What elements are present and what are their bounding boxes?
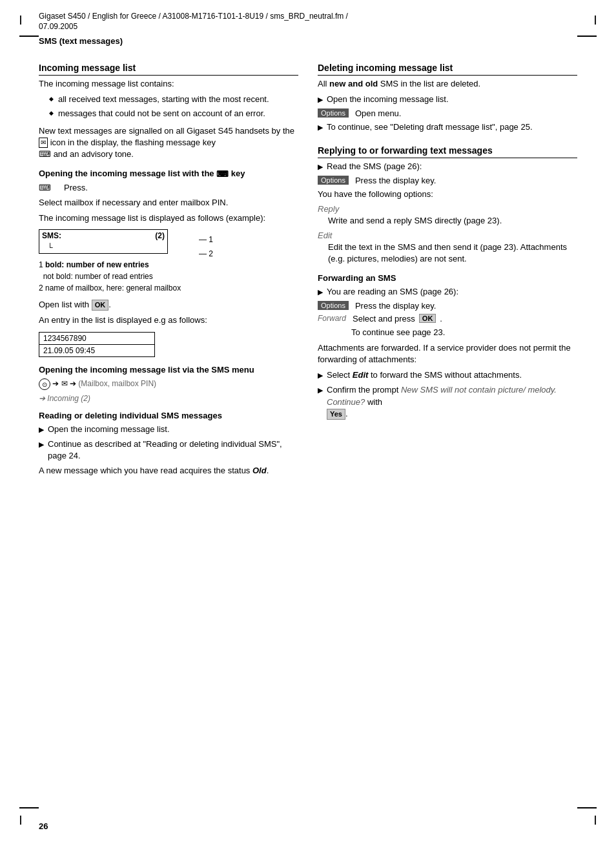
press-text: Press.: [64, 182, 88, 194]
legend-line1b: not bold: number of read entries: [39, 271, 298, 282]
annotation-2: — 2: [199, 247, 213, 262]
new-sms-text: New text messages are signalled on all G…: [39, 125, 298, 161]
corner-mark-bl: |: [19, 814, 22, 825]
new-sms-text-1: New text messages are signalled on all G…: [39, 126, 294, 136]
bullet-list: all received text messages, starting wit…: [39, 94, 298, 119]
select-mailbox-text: Select mailbox if necessary and enter ma…: [39, 197, 298, 209]
reply-following: You have the following options:: [318, 189, 577, 200]
menu-key-icon: ⊙: [39, 378, 50, 390]
del-step1-text: Open the incoming message list.: [327, 94, 449, 105]
del-continue: ▶ To continue, see "Deleting draft messa…: [318, 121, 577, 133]
fwd-bullet2: ▶ Confirm the prompt New SMS will not co…: [318, 384, 577, 420]
reply-step1-text: Read the SMS (page 26):: [327, 161, 422, 172]
hline-bot-right: [577, 807, 597, 808]
hline-top-right: [577, 36, 597, 37]
del-step1: ▶ Open the incoming message list.: [318, 94, 577, 105]
ok-button: OK: [92, 300, 109, 311]
page-number: 26: [39, 821, 48, 831]
display-row-2: └: [39, 242, 167, 253]
fwd-press-text: Press the display key.: [355, 301, 436, 311]
fwd-options-btn: Options: [318, 301, 349, 310]
reply-options-row: Options Press the display key.: [318, 176, 577, 185]
fwd-forward-row: Forward Select and press OK.: [318, 314, 577, 324]
envelope-icon: ✉: [39, 138, 48, 148]
incoming-list-heading: Incoming message list: [39, 63, 298, 76]
sms-display-box: SMS: (2) └: [39, 229, 168, 254]
fwd-bullet1a: Select: [327, 370, 350, 380]
reply-fwd-heading: Replying to or forwarding text messages: [318, 145, 577, 158]
open-list-label: Open list with: [39, 300, 89, 309]
nav-path-line1: ⊙ ➔ ✉ ➔ (Mailbox, mailbox PIN): [39, 378, 298, 390]
sub1-key-label: key: [231, 169, 245, 178]
del-bold: new and old: [329, 79, 378, 88]
right-column: Deleting incoming message list All new a…: [318, 59, 577, 480]
sms-count: (2): [155, 231, 165, 240]
arrow-icon-2: ▶: [39, 440, 44, 449]
legend-area: 1 bold: number of new entries not bold: …: [39, 259, 298, 294]
nav-gray-text: (Mailbox, mailbox PIN): [78, 379, 156, 388]
del-continue-text: To continue, see "Deleting draft message…: [327, 121, 533, 133]
annotation-1: — 1: [199, 233, 213, 247]
old-status: Old: [252, 466, 267, 475]
del-text: All new and old SMS in the list are dele…: [318, 78, 577, 90]
read-step1: ▶ Open the incoming message list.: [39, 424, 298, 435]
arrow-icon-1: ▶: [39, 425, 44, 435]
del-options-btn: Options: [318, 108, 349, 118]
del-arrow-2: ▶: [318, 123, 323, 132]
corner-mark-tr: |: [594, 14, 597, 25]
nav-path-text: ➔ ✉ ➔ (Mailbox, mailbox PIN): [52, 379, 156, 388]
fwd-continue-text: To continue see page 23.: [318, 327, 577, 338]
fwd-arrow-1: ▶: [318, 287, 323, 297]
displayed-text: The incoming message list is displayed a…: [39, 212, 298, 224]
fwd-bullet2-arrow: ▶: [318, 386, 323, 395]
read-note: A new message which you have read acquir…: [39, 466, 250, 475]
fwd-ok-btn: OK: [419, 314, 436, 323]
del-text1: All: [318, 79, 327, 88]
page: | | | | Gigaset S450 / English for Greec…: [0, 0, 616, 844]
entry-text: An entry in the list is displayed e.g as…: [39, 314, 298, 326]
reading-deleting-heading: Reading or deleting individual SMS messa…: [39, 411, 298, 420]
fwd-select-text: Select and press: [353, 314, 415, 324]
open-list-text: Open list with OK.: [39, 299, 298, 311]
reply-options-btn: Options: [318, 176, 349, 185]
display-underscore: └: [47, 243, 53, 252]
deleting-heading: Deleting incoming message list: [318, 63, 577, 76]
reply-desc: Write and send a reply SMS directly (pag…: [318, 215, 577, 227]
read-step2-text: Continue as described at "Reading or del…: [48, 438, 298, 462]
display-row-1: SMS: (2): [39, 230, 167, 242]
del-arrow-1: ▶: [318, 95, 323, 105]
del-open-menu-text: Open menu.: [355, 108, 402, 118]
hline-bot-left: [19, 807, 39, 808]
sub1-title: Opening the incoming message list with t…: [39, 169, 214, 178]
reply-step1: ▶ Read the SMS (page 26):: [318, 161, 577, 172]
header-text-line1: Gigaset S450 / English for Greece / A310…: [39, 12, 348, 21]
list-item-2: messages that could not be sent on accou…: [49, 108, 298, 119]
legend-line2: 2 name of mailbox, here: general mailbox: [39, 282, 298, 294]
fwd-confirm-text: Confirm the prompt: [327, 385, 398, 395]
fwd-bullet1c: to forward the SMS without attachments.: [371, 370, 522, 380]
legend-line1: 1 bold: number of new entries: [39, 259, 298, 271]
diagram-annotation: — 1 — 2: [199, 233, 213, 261]
new-sms-text-2: icon in the display, the flashing messag…: [50, 138, 216, 147]
open-list-key-heading: Opening the incoming message list with t…: [39, 169, 298, 179]
read-step2: ▶ Continue as described at "Reading or d…: [39, 438, 298, 462]
content-area: Incoming message list The incoming messa…: [0, 52, 616, 506]
read-note-text: A new message which you have read acquir…: [39, 465, 298, 477]
legend-2-text: name of mailbox, here: general mailbox: [45, 283, 181, 293]
entry-date-row: 21.09.05 09:45: [39, 345, 154, 356]
left-column: Incoming message list The incoming messa…: [39, 59, 298, 480]
fwd-note: Attachments are forwarded. If a service …: [318, 342, 577, 365]
intro-text: The incoming message list contains:: [39, 78, 298, 90]
yes-button: Yes: [327, 409, 345, 420]
sms-display-wrapper: SMS: (2) └ — 1 — 2: [39, 229, 181, 254]
new-sms-text-3: and an advisory tone.: [54, 149, 134, 159]
fwd-step1-text: You are reading an SMS (page 26):: [327, 286, 458, 298]
legend-bold: bold: number of new entries: [45, 260, 149, 269]
edit-label: Edit: [318, 231, 577, 240]
fwd-edit-label: Edit: [353, 370, 369, 380]
corner-mark-br: |: [594, 814, 597, 825]
hline-top-left: [19, 36, 39, 37]
corner-mark-tl: |: [19, 14, 22, 25]
legend-notbold: not bold: number of read entries: [43, 272, 153, 281]
list-item-1: all received text messages, starting wit…: [49, 94, 298, 105]
